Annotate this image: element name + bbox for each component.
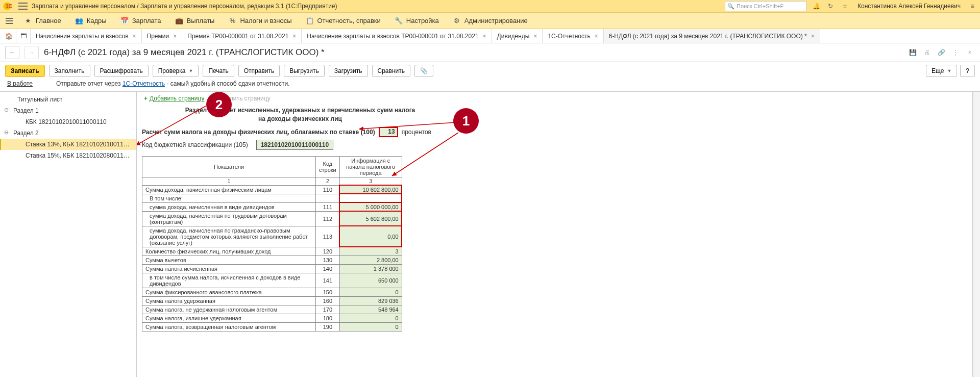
nav-title-page[interactable]: Титульный лист bbox=[0, 94, 136, 105]
print-button[interactable]: Печать bbox=[203, 65, 234, 77]
row-value[interactable]: 650 000 bbox=[339, 273, 402, 288]
row-value[interactable]: 548 964 bbox=[339, 305, 402, 314]
home-button[interactable]: 🏠 bbox=[2, 29, 16, 43]
rate-input[interactable]: 13 bbox=[379, 127, 398, 137]
title-bar: 1С Зарплата и управление персоналом / За… bbox=[0, 0, 980, 13]
close-icon[interactable]: × bbox=[173, 33, 177, 40]
row-label: Сумма дохода, начисленная физическим лиц… bbox=[142, 185, 316, 194]
status-link[interactable]: В работе bbox=[7, 80, 33, 87]
menu-kadry[interactable]: 👥Кадры bbox=[68, 14, 113, 28]
close-icon[interactable]: × bbox=[533, 33, 537, 40]
row-label: Сумма налога удержанная bbox=[142, 296, 316, 305]
nav-section1[interactable]: Раздел 1 bbox=[0, 105, 136, 116]
tab-4[interactable]: Дивиденды× bbox=[492, 29, 543, 43]
star-icon: ★ bbox=[23, 16, 33, 25]
close-icon[interactable]: × bbox=[965, 47, 975, 58]
star-icon[interactable]: ☆ bbox=[840, 2, 849, 11]
vdots-icon[interactable]: ⋮ bbox=[950, 47, 961, 58]
row-value[interactable]: 0 bbox=[339, 322, 402, 331]
download-button[interactable]: Загрузить bbox=[329, 65, 368, 77]
plus-icon: + bbox=[144, 95, 148, 102]
menu-admin[interactable]: ⚙Администрирование bbox=[446, 14, 534, 28]
row-value[interactable]: 0,00 bbox=[339, 226, 402, 247]
menu-otchetnost[interactable]: 📋Отчетность, справки bbox=[299, 14, 387, 28]
tab-0[interactable]: Начисление зарплаты и взносов× bbox=[31, 29, 142, 43]
row-label: Сумма вычетов bbox=[142, 256, 316, 264]
tab-1[interactable]: Премии× bbox=[142, 29, 183, 43]
nav-kbk1[interactable]: КБК 18210102010011000110 bbox=[0, 116, 136, 127]
more-button[interactable]: Еще▼ bbox=[926, 65, 957, 77]
close-icon[interactable]: × bbox=[811, 33, 815, 40]
row-value[interactable]: 5 602 800,00 bbox=[339, 211, 402, 226]
history-icon[interactable]: ↻ bbox=[826, 2, 835, 11]
row-value[interactable]: 2 800,00 bbox=[339, 256, 402, 264]
wallet-icon: 💼 bbox=[175, 16, 184, 25]
tab-2[interactable]: Премия ТР00-000001 от 31.08.2021× bbox=[182, 29, 302, 43]
menu-nastroika[interactable]: 🔧Настройка bbox=[388, 14, 445, 28]
rate-after: процентов bbox=[402, 129, 431, 136]
1c-report-link[interactable]: 1С-Отчетность bbox=[122, 80, 165, 87]
row-code: 140 bbox=[316, 264, 340, 273]
page-actions: + Добавить страницу − Удалить страницу bbox=[142, 94, 967, 103]
add-page-link[interactable]: Добавить страницу bbox=[150, 95, 204, 102]
clipboard-icon: 📋 bbox=[305, 16, 314, 25]
row-value[interactable]: 5 000 000,00 bbox=[339, 202, 402, 211]
table-row: в том числе сумма налога, исчисленная с … bbox=[142, 273, 402, 288]
search-placeholder: Поиск Ctrl+Shift+F bbox=[737, 3, 783, 9]
decrypt-button[interactable]: Расшифровать bbox=[94, 65, 149, 77]
row-value[interactable]: 829 036 bbox=[339, 296, 402, 305]
colnum-2: 2 bbox=[316, 177, 340, 185]
print-icon[interactable]: 🖨 bbox=[922, 47, 932, 58]
windows-button[interactable]: 🗔 bbox=[16, 29, 31, 43]
tab-6[interactable]: 6-НДФЛ (с 2021 года) за 9 месяцев 2021 г… bbox=[604, 29, 820, 43]
body-split: Титульный лист Раздел 1 КБК 182101020100… bbox=[0, 91, 980, 377]
user-menu-icon[interactable]: ≡ bbox=[968, 2, 977, 11]
help-button[interactable]: ? bbox=[960, 65, 975, 77]
kbk-line: Код бюджетной классификации (105) 182101… bbox=[142, 140, 967, 150]
send-button[interactable]: Отправить bbox=[238, 65, 280, 77]
table-row: сумма дохода, начисленная в виде дивиден… bbox=[142, 202, 402, 211]
row-value[interactable]: 3 bbox=[339, 247, 402, 256]
bell-icon[interactable]: 🔔 bbox=[812, 2, 821, 11]
hamburger-icon[interactable] bbox=[18, 3, 28, 10]
table-row: сумма дохода, начисленная по трудовым до… bbox=[142, 211, 402, 226]
attach-button[interactable]: 📎 bbox=[414, 65, 433, 77]
global-search-input[interactable]: 🔍 Поиск Ctrl+Shift+F bbox=[725, 1, 806, 11]
close-icon[interactable]: × bbox=[133, 33, 136, 40]
close-icon[interactable]: × bbox=[483, 33, 486, 40]
col-header-1: Показатели bbox=[142, 156, 316, 177]
save-button[interactable]: Записать bbox=[5, 65, 45, 77]
nav-section2[interactable]: Раздел 2 bbox=[0, 127, 136, 139]
rate-label: Расчет сумм налога на доходы физических … bbox=[142, 129, 375, 136]
check-button[interactable]: Проверка▼ bbox=[153, 65, 199, 77]
menu-nalogi[interactable]: %Налоги и взносы bbox=[222, 14, 298, 28]
close-icon[interactable]: × bbox=[292, 33, 296, 40]
upload-button[interactable]: Выгрузить bbox=[284, 65, 325, 77]
menu-vyplaty[interactable]: 💼Выплаты bbox=[168, 14, 221, 28]
tab-3[interactable]: Начисление зарплаты и взносов ТР00-00000… bbox=[302, 29, 492, 43]
row-value[interactable]: 10 602 800,00 bbox=[339, 185, 402, 194]
nav-rate15[interactable]: Ставка 15%, КБК 18210102080011000... bbox=[0, 150, 136, 161]
sections-menu-icon[interactable] bbox=[3, 15, 15, 27]
row-label: Сумма фиксированного авансового платежа bbox=[142, 288, 316, 296]
fill-button[interactable]: Заполнить bbox=[49, 65, 90, 77]
compare-button[interactable]: Сравнить bbox=[372, 65, 410, 77]
menu-main[interactable]: ★Главное bbox=[17, 14, 67, 28]
table-row: В том числе: bbox=[142, 194, 402, 202]
table-row: Сумма фиксированного авансового платежа1… bbox=[142, 288, 402, 296]
close-icon[interactable]: × bbox=[595, 33, 598, 40]
back-button[interactable]: ← bbox=[5, 46, 19, 59]
row-code: 160 bbox=[316, 296, 340, 305]
kbk-value[interactable]: 18210102010011000110 bbox=[256, 140, 333, 150]
row-value[interactable]: 1 378 000 bbox=[339, 264, 402, 273]
scrollbar[interactable] bbox=[973, 92, 980, 377]
menu-zarplata[interactable]: 📅Зарплата bbox=[114, 14, 167, 28]
col-header-2: Код строки bbox=[316, 156, 340, 177]
current-user[interactable]: Константинов Алексей Геннадиевич bbox=[857, 3, 961, 10]
link-icon[interactable]: 🔗 bbox=[936, 47, 946, 58]
row-value[interactable]: 0 bbox=[339, 288, 402, 296]
tab-5[interactable]: 1С-Отчетность× bbox=[543, 29, 603, 43]
nav-rate13[interactable]: Ставка 13%, КБК 18210102010011000... bbox=[0, 139, 136, 150]
save-icon[interactable]: 💾 bbox=[908, 47, 918, 58]
row-value[interactable]: 0 bbox=[339, 314, 402, 322]
